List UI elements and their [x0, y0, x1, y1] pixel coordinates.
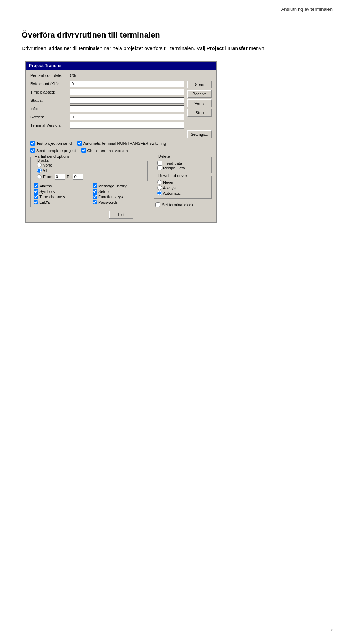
download-title: Download driver [157, 173, 188, 178]
passwords-check[interactable] [93, 200, 97, 204]
never-radio[interactable] [157, 180, 162, 185]
auto-run-check[interactable] [77, 141, 82, 146]
retries-input[interactable]: 0 [70, 114, 184, 120]
retries-row: Retries: 0 [30, 114, 184, 120]
setup-checkbox[interactable]: Setup [93, 189, 148, 194]
time-channels-check[interactable] [34, 194, 38, 199]
dialog-body: Percent complete: 0% Byte count (Kb): 0 … [26, 70, 216, 222]
none-radio[interactable] [37, 163, 42, 167]
message-library-checkbox[interactable]: Message library [93, 183, 148, 188]
from-label: From: [43, 174, 53, 179]
blocks-title: Blocks [36, 158, 50, 163]
info-label: Info: [30, 107, 70, 111]
partial-send-group: Partial send options Blocks None All [30, 157, 151, 207]
trend-data-checkbox[interactable]: Trend data [157, 161, 209, 165]
header-title: Anslutning av terminalen [281, 7, 333, 12]
set-terminal-clock-row[interactable]: Set terminal clock [155, 202, 212, 207]
bold-project: Project [206, 46, 223, 51]
symbols-label: Symbols [39, 189, 55, 194]
percent-row: Percent complete: 0% [30, 73, 212, 78]
dialog-titlebar: Project Transfer [26, 62, 216, 70]
leds-label: LED's [39, 200, 50, 204]
time-channels-checkbox[interactable]: Time channels [34, 194, 89, 199]
delete-group: Delete Trend data Recipe Data [154, 157, 212, 173]
none-label: None [43, 163, 52, 167]
recipe-data-check[interactable] [157, 165, 162, 170]
body-text-2: i [224, 46, 228, 51]
send-complete-label: Send complete project [36, 148, 76, 153]
symbols-checkbox[interactable]: Symbols [34, 189, 89, 194]
never-radio-item[interactable]: Never [157, 180, 209, 185]
send-button[interactable]: Send [187, 81, 212, 88]
partial-send-inner: Blocks None All From: [34, 161, 148, 204]
function-keys-checkbox[interactable]: Function keys [93, 194, 148, 199]
body-text-1: Drivrutinen laddas ner till terminalen n… [22, 46, 206, 51]
download-inner: Never Always Automatic [157, 180, 209, 195]
elapsed-row: Time elapsed: [30, 89, 184, 95]
setup-label: Setup [98, 189, 109, 194]
from-input[interactable] [55, 174, 65, 180]
all-radio-item[interactable]: All [37, 168, 145, 173]
info-row: Info: [30, 105, 184, 112]
exit-row: Exit [30, 211, 212, 219]
always-radio-item[interactable]: Always [157, 185, 209, 190]
all-label: All [43, 168, 47, 173]
test-project-checkbox[interactable]: Test project on send [30, 141, 72, 146]
dialog-title: Project Transfer [29, 63, 62, 68]
recipe-data-checkbox[interactable]: Recipe Data [157, 165, 209, 170]
byte-count-row: Byte count (Kb): 0 [30, 81, 184, 87]
test-project-check[interactable] [30, 141, 35, 146]
byte-input[interactable]: 0 [70, 81, 184, 87]
receive-button[interactable]: Receive [187, 90, 212, 98]
page-number: 7 [330, 628, 333, 633]
to-label: To: [67, 174, 72, 179]
send-complete-checkbox[interactable]: Send complete project [30, 148, 76, 153]
send-complete-check[interactable] [30, 148, 35, 153]
elapsed-input[interactable] [70, 89, 184, 95]
message-library-check[interactable] [93, 183, 97, 188]
none-radio-item[interactable]: None [37, 163, 145, 167]
set-terminal-clock-label: Set terminal clock [162, 203, 193, 207]
terminal-version-input[interactable] [70, 122, 184, 129]
status-label: Status: [30, 98, 70, 103]
always-radio[interactable] [157, 185, 162, 190]
leds-check[interactable] [34, 200, 38, 204]
retries-label: Retries: [30, 115, 70, 119]
never-label: Never [163, 180, 174, 185]
settings-button[interactable]: Settings... [187, 130, 212, 138]
from-radio[interactable] [37, 174, 42, 179]
verify-button[interactable]: Verify [187, 99, 212, 107]
test-project-label: Test project on send [36, 141, 72, 146]
setup-check[interactable] [93, 189, 97, 194]
alarms-checkbox[interactable]: Alarms [34, 183, 89, 188]
trend-data-label: Trend data [163, 161, 182, 165]
byte-label: Byte count (Kb): [30, 82, 70, 86]
info-input[interactable] [70, 105, 184, 112]
leds-checkbox[interactable]: LED's [34, 200, 89, 204]
all-radio[interactable] [37, 168, 42, 173]
stop-button[interactable]: Stop [187, 109, 212, 117]
set-terminal-clock-check[interactable] [155, 202, 160, 207]
percent-value: 0% [70, 73, 76, 78]
automatic-radio[interactable] [157, 191, 162, 195]
from-to-row: From: To: [37, 174, 145, 180]
to-input[interactable] [73, 174, 83, 180]
always-label: Always [163, 186, 176, 190]
trend-data-check[interactable] [157, 161, 162, 165]
bottom-row: Partial send options Blocks None All [30, 155, 212, 207]
exit-button[interactable]: Exit [109, 211, 133, 219]
transfer-checkboxes: Alarms Message library Symbols [34, 183, 148, 204]
function-keys-check[interactable] [93, 194, 97, 199]
status-row: Status: [30, 97, 184, 104]
auto-run-checkbox[interactable]: Automatic terminal RUN/TRANSFER switchin… [77, 141, 166, 146]
status-input[interactable] [70, 97, 184, 104]
settings-row: Settings... [30, 130, 212, 138]
symbols-check[interactable] [34, 189, 38, 194]
passwords-checkbox[interactable]: Passwords [93, 200, 148, 204]
check-terminal-check[interactable] [81, 148, 86, 153]
checkbox-row-1: Test project on send Automatic terminal … [30, 141, 212, 146]
alarms-check[interactable] [34, 183, 38, 188]
check-terminal-checkbox[interactable]: Check terminal version [81, 148, 128, 153]
automatic-radio-item[interactable]: Automatic [157, 191, 209, 195]
delete-title: Delete [157, 154, 171, 159]
